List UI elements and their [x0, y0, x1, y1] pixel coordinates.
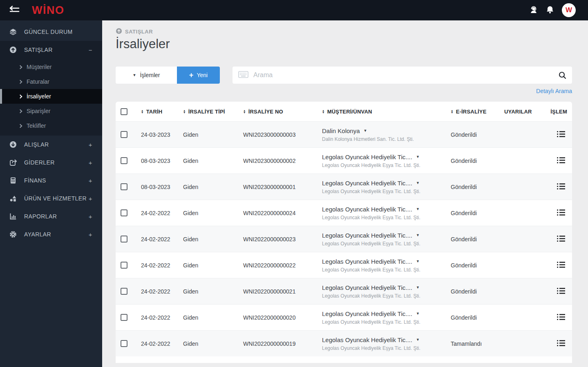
sidebar-item-guncel-durum[interactable]: GÜNCEL DURUM: [0, 23, 102, 41]
row-e-irsaliye-status: Gönderildi: [451, 262, 504, 269]
sidebar-item-alislar[interactable]: ALIŞLAR +: [0, 136, 102, 153]
row-customer-dropdown[interactable]: Legolas Oyuncak Hediyelik Tic.... ▼: [322, 206, 451, 213]
sidebar-subitem-irsaliyeler[interactable]: İrsaliyeler: [0, 89, 102, 104]
column-header-islem: İŞLEM: [549, 109, 567, 115]
row-checkbox[interactable]: [121, 209, 127, 216]
row-customer-dropdown[interactable]: Legolas Oyuncak Hediyelik Tic.... ▼: [322, 180, 451, 187]
row-checkbox[interactable]: [121, 288, 127, 295]
sidebar-item-finans[interactable]: FİNANS +: [0, 171, 102, 189]
column-header-irsaliye-no[interactable]: ▲▼ İRSALİYE NO: [243, 109, 322, 115]
row-checkbox[interactable]: [121, 236, 127, 242]
row-customer-dropdown[interactable]: Legolas Oyuncak Hediyelik Tic.... ▼: [322, 310, 451, 317]
row-customer-dropdown[interactable]: Legolas Oyuncak Hediyelik Tic.... ▼: [322, 336, 451, 343]
caret-down-icon: ▼: [416, 311, 420, 316]
row-customer-name: Legolas Oyuncak Hediyelik Tic....: [322, 232, 412, 239]
list-menu-icon: [557, 156, 566, 165]
row-actions-button[interactable]: [555, 285, 567, 298]
column-header-e-irsaliye[interactable]: ▲▼ E-İRSALİYE: [451, 109, 504, 115]
sidebar-subitem-musteriler[interactable]: Müşteriler: [0, 60, 102, 74]
sidebar-group-satislar: SATIŞLAR − Müşteriler Faturalar İrsaliye…: [0, 41, 102, 136]
row-checkbox[interactable]: [121, 340, 127, 347]
share-icon: [9, 159, 17, 166]
row-actions-button[interactable]: [555, 181, 567, 193]
row-date: 24-03-2023: [141, 131, 183, 138]
row-customer-dropdown[interactable]: Legolas Oyuncak Hediyelik Tic.... ▼: [322, 232, 451, 239]
column-header-tarih[interactable]: ▲▼ TARİH: [141, 109, 183, 115]
row-actions-button[interactable]: [555, 233, 567, 245]
new-button[interactable]: + Yeni: [177, 67, 220, 84]
sidebar-item-satislar[interactable]: SATIŞLAR −: [0, 41, 102, 59]
row-irsaliye-type: Giden: [183, 314, 243, 321]
sidebar-item-ayarlar[interactable]: AYARLAR +: [0, 225, 102, 243]
row-irsaliye-type: Giden: [183, 262, 243, 269]
layers-icon: [9, 28, 17, 36]
column-header-musteri-unvan[interactable]: ▲▼ MÜŞTERİ/ÜNVAN: [322, 109, 451, 115]
collapse-sidebar-button[interactable]: [4, 2, 23, 18]
sidebar-item-raporlar[interactable]: RAPORLAR +: [0, 207, 102, 225]
sidebar-subitem-faturalar[interactable]: Faturalar: [0, 74, 102, 89]
sidebar-item-label: GİDERLER: [24, 159, 89, 166]
row-actions-button[interactable]: [555, 155, 567, 167]
row-irsaliye-type: Giden: [183, 236, 243, 242]
row-actions-button[interactable]: [555, 259, 567, 271]
row-irsaliye-no: WNI2022000000021: [243, 288, 322, 295]
table-row: 24-02-2022 Giden WNI2022000000023 Legola…: [116, 226, 572, 252]
row-checkbox[interactable]: [121, 262, 127, 269]
breadcrumb-label: SATIŞLAR: [125, 29, 153, 35]
breadcrumb[interactable]: SATIŞLAR: [116, 28, 572, 36]
chevron-right-icon: [18, 124, 22, 128]
row-checkbox[interactable]: [121, 131, 127, 138]
row-actions-button[interactable]: [555, 338, 567, 350]
user-avatar[interactable]: W: [562, 3, 576, 17]
row-checkbox[interactable]: [121, 183, 127, 190]
bar-chart-icon: [9, 213, 17, 220]
expand-plus-indicator: +: [89, 213, 92, 220]
row-customer-dropdown[interactable]: Dalin Kolonya ▼: [322, 127, 451, 134]
row-irsaliye-no: WNI2023000000001: [243, 184, 322, 190]
sort-icon: ▲▼: [183, 109, 186, 114]
expand-plus-indicator: +: [89, 159, 92, 166]
select-all-checkbox[interactable]: [121, 108, 127, 115]
sidebar-item-label: FİNANS: [24, 177, 89, 184]
row-customer-company: Legolas Oyuncak Hediyelik Eşya Tic. Ltd.…: [322, 162, 451, 168]
gear-icon: [9, 231, 17, 238]
column-header-uyarilar: UYARILAR: [504, 109, 549, 115]
row-e-irsaliye-status: Gönderildi: [451, 131, 504, 138]
row-date: 24-02-2022: [141, 288, 183, 295]
caret-down-icon: ▼: [416, 285, 420, 289]
sidebar-item-giderler[interactable]: GİDERLER +: [0, 153, 102, 171]
row-date: 24-02-2022: [141, 340, 183, 347]
list-menu-icon: [557, 130, 566, 139]
row-customer-company: Legolas Oyuncak Hediyelik Eşya Tic. Ltd.…: [322, 267, 451, 273]
column-header-irsaliye-tipi[interactable]: ▲▼ İRSALİYE TİPİ: [183, 109, 243, 115]
caret-down-icon: ▼: [364, 129, 367, 133]
sidebar-subitem-siparisler[interactable]: Siparişler: [0, 104, 102, 118]
notifications-button[interactable]: [546, 5, 554, 16]
table-row: 24-02-2022 Giden WNI2022000000022 Legola…: [116, 252, 572, 278]
sidebar-item-label: RAPORLAR: [24, 213, 89, 220]
sidebar-subitem-teklifler[interactable]: Teklifler: [0, 118, 102, 133]
search-icon[interactable]: [559, 71, 566, 79]
sidebar-item-urun-ve-hizmetler[interactable]: ÜRÜN VE HİZMETLER +: [0, 189, 102, 207]
row-irsaliye-no: WNI2023000000002: [243, 158, 322, 164]
expand-plus-indicator: +: [89, 195, 92, 202]
row-checkbox[interactable]: [121, 157, 127, 164]
row-actions-button[interactable]: [555, 311, 567, 324]
row-actions-button[interactable]: [555, 207, 567, 219]
brand-logo: WİNO: [32, 4, 65, 17]
expand-plus-indicator: +: [89, 231, 92, 238]
detailed-search-link[interactable]: Detaylı Arama: [536, 88, 572, 94]
row-checkbox[interactable]: [121, 314, 127, 321]
row-customer-dropdown[interactable]: Legolas Oyuncak Hediyelik Tic.... ▼: [322, 153, 451, 160]
row-actions-button[interactable]: [555, 129, 567, 141]
row-e-irsaliye-status: Tamamlandı: [451, 340, 504, 347]
search-input[interactable]: [253, 71, 554, 79]
table-row: 24-02-2022 Giden WNI2022000000019 Legola…: [116, 330, 572, 356]
row-customer-dropdown[interactable]: Legolas Oyuncak Hediyelik Tic.... ▼: [322, 258, 451, 265]
row-date: 08-03-2023: [141, 184, 183, 190]
row-customer-dropdown[interactable]: Legolas Oyuncak Hediyelik Tic.... ▼: [322, 284, 451, 291]
support-button[interactable]: [529, 5, 538, 16]
row-customer-company: Legolas Oyuncak Hediyelik Eşya Tic. Ltd.…: [322, 215, 451, 220]
row-customer-company: Dalin Kolonya Hizmetleri San. Tic. Ltd. …: [322, 136, 451, 142]
actions-dropdown-button[interactable]: ▼ İşlemler: [116, 67, 177, 84]
